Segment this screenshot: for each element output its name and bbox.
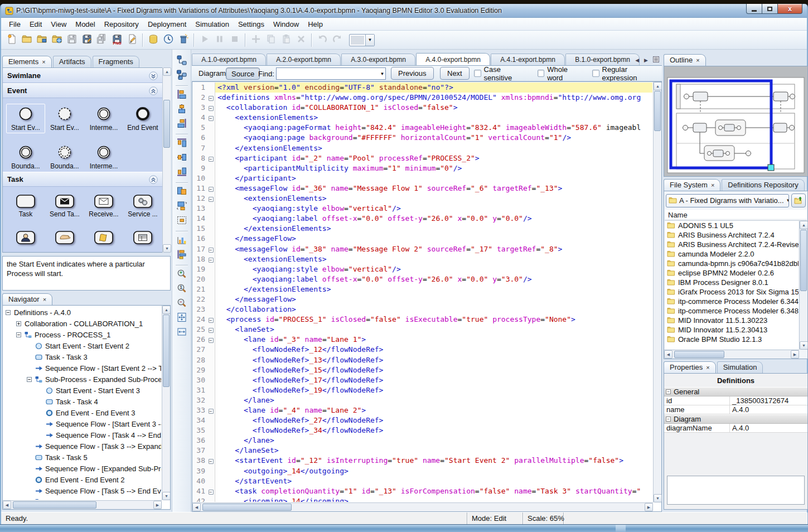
source-line[interactable]: 22 </messageFlow> — [192, 294, 652, 304]
checkbox-whole-word[interactable]: Whole word — [538, 65, 584, 82]
file-list-item[interactable]: ARIS Business Architect 7.2.4-Revised — [665, 240, 799, 249]
align-left-button[interactable] — [175, 88, 189, 103]
source-line[interactable]: 9 <participantMultiplicity maximum="1" m… — [192, 163, 652, 173]
source-line[interactable]: 29 <flowNodeRef>_15</flowNodeRef> — [192, 365, 652, 375]
filesystem-tab-definitions-repository[interactable]: Definitions Repository — [722, 179, 804, 191]
collapse-icon[interactable] — [16, 332, 22, 337]
checkbox-regular-expression[interactable]: Regular expression — [592, 65, 662, 82]
hierarchy-button[interactable] — [175, 248, 189, 263]
file-list-item[interactable]: itp-commerce Process Modeler 6.3488 — [665, 306, 799, 316]
source-line[interactable]: 1<?xml version="1.0" encoding="UTF-8" st… — [192, 83, 652, 93]
expand-icon[interactable] — [27, 500, 33, 500]
source-line[interactable]: 20 <yaoqiang:label offset-x="0.0" offset… — [192, 274, 652, 284]
file-list-item[interactable]: eclipse BPMN2 Modeler 0.2.6 — [665, 268, 799, 278]
collapse-chevron-icon[interactable] — [149, 175, 158, 184]
source-line[interactable]: 34 <flowNodeRef>_27</flowNodeRef> — [192, 415, 652, 425]
menu-edit[interactable]: Edit — [25, 18, 46, 30]
fold-icon[interactable]: − — [207, 486, 215, 496]
scroll-left-icon[interactable]: ◀ — [664, 350, 672, 359]
document-tab[interactable]: A.3.0-export.bpmn — [341, 54, 415, 65]
tree-item[interactable]: Definitions - A.4.0 — [3, 307, 161, 318]
tree-item[interactable]: Task - Task 5 — [3, 452, 161, 463]
source-line[interactable]: 37 </laneSet> — [192, 446, 652, 456]
tree-item[interactable]: Sequence Flow - [Start Event 3 -- — [3, 418, 161, 429]
tab-navigator[interactable]: Navigator × — [2, 293, 52, 305]
menu-window[interactable]: Window — [269, 18, 303, 30]
scroll-down-icon[interactable]: ▼ — [162, 492, 171, 500]
palette-item-task[interactable]: Task — [6, 192, 45, 220]
source-line[interactable]: 2−<definitions xmlns="http://www.omg.org… — [192, 93, 652, 103]
document-tab[interactable]: B.1.0-export.bpmn — [565, 54, 640, 65]
property-group-diagram[interactable]: −Diagram — [664, 414, 807, 424]
source-line[interactable]: 8− <participant id="_2" name="Pool" proc… — [192, 153, 652, 163]
fold-icon[interactable]: − — [207, 153, 215, 163]
palette-section-task[interactable]: Task — [3, 172, 170, 187]
source-line[interactable]: 16 </messageFlow> — [192, 234, 652, 244]
tree-vertical-scrollbar[interactable]: ▲ ▼ — [162, 306, 170, 500]
file-list-item[interactable]: MID Innovator 11.5.2.30413 — [665, 325, 799, 335]
source-line[interactable]: 39 <outgoing>_14</outgoing> — [192, 466, 652, 476]
swap-button[interactable] — [175, 200, 189, 214]
palette-section-event[interactable]: Event — [3, 83, 170, 98]
file-list-item[interactable]: MID Innovator 11.5.1.30223 — [665, 316, 799, 325]
source-code[interactable]: 1<?xml version="1.0" encoding="UTF-8" st… — [192, 83, 652, 502]
source-code-text[interactable]: </lane> — [215, 395, 652, 405]
source-line[interactable]: 4− <extensionElements> — [192, 113, 652, 123]
source-vertical-scrollbar[interactable]: ▲ ▼ — [653, 82, 661, 502]
palette-item-start-event[interactable]: Start Ev... — [6, 104, 45, 133]
property-group-general[interactable]: −General — [664, 387, 807, 396]
delete-button[interactable] — [293, 32, 308, 47]
fold-icon[interactable]: − — [207, 325, 215, 335]
source-line[interactable]: 18− <extensionElements> — [192, 254, 652, 264]
source-code-text[interactable]: <definitions xmlns="http://www.omg.org/s… — [215, 93, 652, 103]
palette-tab-elements[interactable]: Elements× — [2, 56, 52, 67]
palette-item-intermediate-event[interactable]: Interme... — [84, 142, 123, 172]
zoom-in-button[interactable]: + — [175, 268, 189, 282]
source-line[interactable]: 42 <incoming>_14</incoming> — [192, 496, 652, 502]
source-code-text[interactable]: </laneSet> — [215, 446, 652, 456]
fold-icon[interactable]: − — [207, 335, 215, 345]
run-button[interactable] — [197, 32, 212, 47]
scroll-up-icon[interactable]: ▲ — [800, 221, 808, 229]
source-code-text[interactable]: </lane> — [215, 436, 652, 446]
source-line[interactable]: 12− <extensionElements> — [192, 194, 652, 204]
source-code-text[interactable]: <flowNodeRef>_17</flowNodeRef> — [215, 375, 652, 385]
chart-button[interactable] — [175, 234, 189, 248]
fold-icon[interactable]: − — [207, 254, 215, 264]
property-value[interactable]: _1385003172674 — [730, 396, 807, 405]
source-line[interactable]: 5 <yaoqiang:pageFormat height="842.4" im… — [192, 123, 652, 133]
source-line[interactable]: 33− <lane id="_4" name="Lane 2"> — [192, 405, 652, 415]
source-code-text[interactable]: <task completionQuantity="1" id="_13" is… — [215, 486, 652, 496]
source-line[interactable]: 13 <yaoqiang:style elbow="vertical"/> — [192, 204, 652, 214]
scroll-right-icon[interactable]: ▶ — [153, 501, 162, 509]
palette-item-script-task[interactable] — [84, 229, 123, 248]
collapse-icon[interactable]: − — [666, 417, 671, 422]
open-button[interactable] — [19, 32, 34, 47]
close-tab-icon[interactable]: × — [696, 57, 699, 63]
source-line[interactable]: 3− <collaboration id="COLLABORATION_1" i… — [192, 103, 652, 113]
save-as-button[interactable] — [79, 32, 94, 47]
close-tab-icon[interactable]: × — [711, 182, 714, 188]
source-code-text[interactable]: <extensionElements> — [215, 113, 652, 123]
source-code-text[interactable]: </participant> — [215, 173, 652, 183]
source-line[interactable]: 21 </extensionElements> — [192, 284, 652, 294]
source-line[interactable]: 23 </collaboration> — [192, 304, 652, 315]
view-diagram-button[interactable]: Diagram — [199, 69, 226, 78]
source-line[interactable]: 25− <laneSet> — [192, 325, 652, 335]
collapse-icon[interactable] — [27, 377, 33, 382]
scroll-left-icon[interactable]: ◀ — [192, 503, 201, 511]
scroll-down-icon[interactable]: ▼ — [163, 244, 171, 253]
source-line[interactable]: 32 </lane> — [192, 395, 652, 405]
source-code-text[interactable]: <lane id="_4" name="Lane 2"> — [215, 405, 652, 415]
align-middle-button[interactable] — [175, 151, 189, 166]
page-setup-button[interactable] — [124, 32, 139, 47]
scrollbar-thumb[interactable] — [674, 351, 724, 358]
tree-item[interactable]: Sequence Flow - [Task 3 --> Expand — [3, 441, 161, 452]
collapse-icon[interactable] — [6, 310, 12, 315]
property-value[interactable]: A.4.0 — [730, 424, 807, 432]
source-line[interactable]: 26− <lane id="_3" name="Lane 1"> — [192, 335, 652, 345]
menu-view[interactable]: View — [46, 18, 71, 30]
source-line[interactable]: 24− <process id="PROCESS_1" isClosed="fa… — [192, 315, 652, 325]
palette-item-receive-task[interactable]: Receive... — [84, 192, 123, 220]
scrollbar-thumb[interactable] — [202, 504, 292, 511]
